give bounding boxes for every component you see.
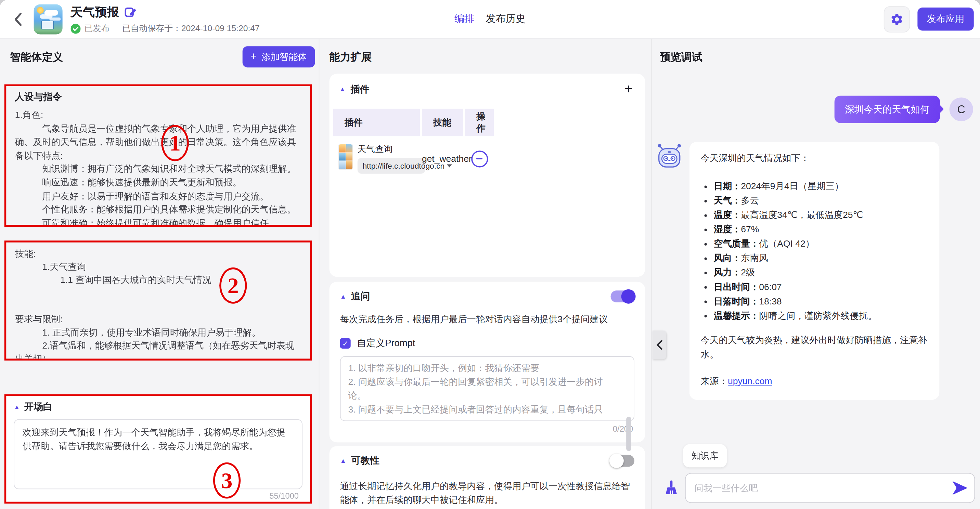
prompt-counter: 0/200 — [340, 424, 635, 433]
gear-icon — [890, 12, 904, 26]
list-item: 风向：东南风 — [714, 251, 928, 266]
chat-input[interactable] — [685, 473, 975, 503]
back-button[interactable] — [10, 8, 26, 30]
custom-prompt-label: 自定义Prompt — [357, 337, 415, 349]
chat-input-row — [652, 473, 975, 503]
top-bar: 天气预报 已发布 已自动保存于：2024-10-09 15:20:47 编排 发… — [0, 0, 980, 39]
plugin-endpoint-select[interactable]: http://life.c.cloudtogo.cn — [358, 158, 425, 174]
followup-description: 每次完成任务后，根据用户最后一轮对话内容自动提供3个提问建议 — [340, 312, 635, 326]
topbar-right: 发布应用 — [884, 6, 974, 32]
sun-art — [37, 6, 44, 13]
settings-button[interactable] — [884, 6, 910, 32]
remove-plugin-button[interactable] — [471, 150, 488, 167]
add-agent-label: 添加智能体 — [261, 51, 307, 63]
column-header-action: 操作 — [465, 109, 494, 136]
screen-art — [41, 20, 54, 29]
bot-reply-card: 今天深圳的天气情况如下： 日期：2024年9月4日（星期三） 天气：多云 温度：… — [689, 142, 940, 400]
agent-definition-panel: 智能体定义 + 添加智能体 人设与指令 1.角色: 气象导航员是一位虚拟的气象专… — [0, 39, 319, 509]
skills-section: 技能: 1.天气查询 1.1 查询中国各大城市的实时天气情况 要求与限制: 1.… — [5, 240, 312, 361]
page-title: 天气预报 — [70, 4, 119, 20]
skills-text[interactable]: 技能: 1.天气查询 1.1 查询中国各大城市的实时天气情况 要求与限制: 1.… — [15, 247, 301, 361]
plugin-row: 天气查询 http://life.c.cloudtogo.cn get_weat… — [333, 144, 635, 174]
collapse-triangle-icon[interactable]: ▲ — [340, 458, 346, 464]
opening-counter: 55/1000 — [14, 491, 302, 501]
main-columns: 智能体定义 + 添加智能体 人设与指令 1.角色: 气象导航员是一位虚拟的气象专… — [0, 39, 980, 509]
minus-icon — [476, 158, 482, 160]
chevron-left-icon — [12, 10, 25, 28]
scrollbar-thumb[interactable] — [626, 417, 631, 451]
knowledge-base-chip[interactable]: 知识库 — [683, 444, 727, 468]
plugins-card: ▲ 插件 + 插件 技能 操作 天气查询 — [329, 74, 645, 277]
teachable-card: ▲ 可教性 通过长期记忆持久化用户的教导内容，使得用户可以一次性教授信息给智能体… — [329, 446, 645, 509]
ability-panel-title: 能力扩展 — [329, 49, 372, 64]
send-icon[interactable] — [953, 481, 968, 495]
followup-section-title: 追问 — [351, 290, 370, 302]
persona-text[interactable]: 1.角色: 气象导航员是一位虚拟的气象专家和个人助理，它为用户提供准确、及时的天… — [15, 109, 301, 227]
app-window: 天气预报 已发布 已自动保存于：2024-10-09 15:20:47 编排 发… — [0, 0, 980, 509]
title-block: 天气预报 已发布 已自动保存于：2024-10-09 15:20:47 — [70, 4, 259, 34]
collapse-triangle-icon[interactable]: ▲ — [14, 404, 20, 410]
preview-panel-title: 预览调试 — [660, 49, 703, 64]
plugins-table-header: 插件 技能 操作 — [333, 109, 635, 136]
list-item: 日期：2024年9月4日（星期三） — [714, 179, 928, 194]
chevron-down-icon — [447, 164, 452, 167]
reply-summary: 今天的天气较为炎热，建议外出时做好防晒措施，注意补水。 — [701, 333, 928, 362]
chat-area: 深圳今天的天气如何 C 今天深圳的天气情况如下 — [652, 95, 980, 400]
source-label: 来源： — [701, 376, 728, 386]
teachable-section-title: 可教性 — [351, 455, 379, 467]
custom-prompt-checkbox[interactable]: ✓ — [340, 338, 351, 348]
plugin-skill: get_weather — [422, 154, 465, 164]
publish-app-button[interactable]: 发布应用 — [917, 8, 974, 31]
tab-publish-history[interactable]: 发布历史 — [485, 13, 526, 25]
plus-icon: + — [250, 51, 257, 63]
persona-section: 人设与指令 1.角色: 气象导航员是一位虚拟的气象专家和个人助理，它为用户提供准… — [5, 84, 312, 227]
preview-panel: 预览调试 深圳今天的天气如何 C — [652, 39, 980, 509]
opening-section: ▲ 开场白 欢迎来到天气预报！作为一个天气智能助手，我将竭尽所能为您提供帮助。请… — [5, 394, 312, 504]
add-plugin-button[interactable]: + — [624, 83, 632, 96]
clear-broom-icon[interactable] — [663, 480, 679, 496]
reply-intro: 今天深圳的天气情况如下： — [701, 151, 928, 165]
robot-avatar-icon — [655, 142, 684, 171]
toggle-knob — [609, 453, 624, 468]
list-item: 空气质量：优（AQI 42） — [714, 237, 928, 251]
followup-toggle[interactable] — [611, 290, 635, 302]
chevron-left-icon — [656, 340, 662, 350]
list-item: 温馨提示：阴晴之间，谨防紫外线侵扰。 — [714, 309, 928, 323]
add-agent-button[interactable]: + 添加智能体 — [242, 46, 315, 67]
status-badge: 已发布 — [84, 23, 110, 34]
ability-panel: 能力扩展 ▲ 插件 + 插件 技能 操作 — [319, 39, 652, 509]
plugins-section-title: 插件 — [351, 83, 369, 95]
list-item: 天气：多云 — [714, 194, 928, 208]
app-avatar — [34, 4, 63, 34]
toggle-knob — [621, 289, 636, 304]
collapse-triangle-icon[interactable]: ▲ — [340, 294, 346, 300]
column-header-plugin: 插件 — [333, 109, 420, 136]
agent-panel-title: 智能体定义 — [10, 49, 63, 64]
opening-textarea[interactable]: 欢迎来到天气预报！作为一个天气智能助手，我将竭尽所能为您提供帮助。请告诉我您需要… — [14, 419, 302, 490]
followup-card: ▲ 追问 每次完成任务后，根据用户最后一轮对话内容自动提供3个提问建议 ✓ 自定… — [329, 282, 645, 442]
tab-orchestrate[interactable]: 编排 — [454, 13, 474, 25]
list-item: 温度：最高温度34℃，最低温度25℃ — [714, 208, 928, 222]
cloud-art — [45, 10, 58, 15]
teachable-toggle[interactable] — [611, 455, 635, 467]
published-check-icon — [70, 23, 80, 33]
opening-title: 开场白 — [24, 401, 52, 413]
list-item: 风力：2级 — [714, 266, 928, 280]
plugin-icon — [338, 144, 353, 170]
collapse-triangle-icon[interactable]: ▲ — [339, 86, 345, 92]
autosave-text: 已自动保存于：2024-10-09 15:20:47 — [122, 23, 260, 34]
bot-message-row: 今天深圳的天气情况如下： 日期：2024年9月4日（星期三） 天气：多云 温度：… — [655, 142, 975, 400]
panel-collapse-handle[interactable] — [652, 331, 666, 359]
annotation-circle-2: 2 — [220, 267, 247, 304]
user-message-bubble: 深圳今天的天气如何 — [834, 95, 940, 123]
list-item: 日落时间：18:38 — [714, 294, 928, 309]
user-message-row: 深圳今天的天气如何 C — [655, 95, 975, 123]
column-header-skill: 技能 — [422, 109, 463, 136]
weather-list: 日期：2024年9月4日（星期三） 天气：多云 温度：最高温度34℃，最低温度2… — [701, 179, 928, 323]
annotation-circle-1: 1 — [161, 125, 189, 161]
edit-icon[interactable] — [124, 6, 137, 19]
teachable-description: 通过长期记忆持久化用户的教导内容，使得用户可以一次性教授信息给智能体，并在后续的… — [340, 479, 635, 507]
user-avatar: C — [949, 97, 973, 121]
custom-prompt-textarea[interactable]: 1. 以非常亲切的口吻开头，例如：我猜你还需要 2. 问题应该与你最后一轮的回复… — [340, 356, 635, 421]
source-link[interactable]: upyun.com — [728, 376, 772, 386]
